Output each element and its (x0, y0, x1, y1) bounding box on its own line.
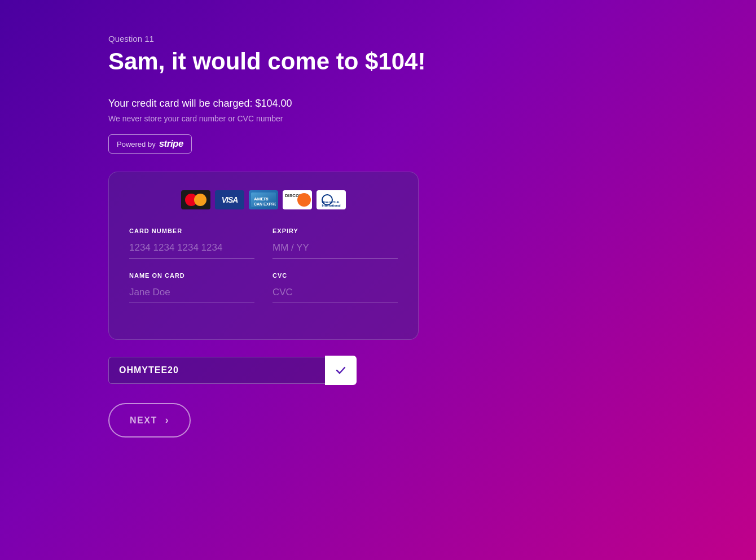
svg-text:CAN EXPRESS: CAN EXPRESS (254, 202, 276, 206)
question-label: Question 11 (108, 34, 440, 43)
card-number-label: CARD NUMBER (129, 228, 254, 234)
name-cvc-row: NAME ON CARD CVC (129, 272, 398, 303)
card-number-field: CARD NUMBER (129, 228, 254, 259)
card-number-expiry-row: CARD NUMBER EXPIRY (129, 228, 398, 259)
card-number-input[interactable] (129, 240, 254, 259)
mastercard-logo (181, 190, 210, 209)
visa-logo: VISA (215, 190, 244, 209)
cvc-input[interactable] (272, 285, 398, 303)
card-logos-row: VISA AMERI CAN EXPRESS DISCO (129, 190, 398, 209)
powered-by-label: Powered by (117, 140, 156, 148)
name-on-card-field: NAME ON CARD (129, 272, 254, 303)
expiry-input[interactable] (272, 240, 398, 259)
privacy-notice: We never store your card number or CVC n… (108, 114, 440, 123)
powered-by-stripe-badge[interactable]: Powered by stripe (108, 134, 192, 154)
diners-logo: Diners ClubInternational (317, 190, 346, 209)
name-on-card-label: NAME ON CARD (129, 272, 254, 279)
promo-code-input[interactable] (108, 357, 325, 384)
expiry-field: EXPIRY (272, 228, 398, 259)
checkmark-icon (335, 365, 346, 376)
stripe-logo: stripe (159, 138, 183, 150)
card-form: VISA AMERI CAN EXPRESS DISCO (108, 172, 419, 340)
amex-logo: AMERI CAN EXPRESS (249, 190, 278, 209)
name-on-card-input[interactable] (129, 285, 254, 303)
charge-info: Your credit card will be charged: $104.0… (108, 98, 440, 110)
next-button[interactable]: NEXT › (108, 403, 191, 438)
svg-text:AMERI: AMERI (254, 196, 269, 202)
promo-confirm-button[interactable] (325, 356, 357, 385)
expiry-label: EXPIRY (272, 228, 398, 234)
next-button-label: NEXT (130, 415, 157, 426)
next-chevron-icon: › (165, 414, 170, 426)
cvc-label: CVC (272, 272, 398, 279)
page-title: Sam, it would come to $104! (108, 48, 440, 75)
cvc-field: CVC (272, 272, 398, 303)
discover-logo: DISCOVER (283, 190, 312, 209)
promo-row (108, 356, 357, 385)
